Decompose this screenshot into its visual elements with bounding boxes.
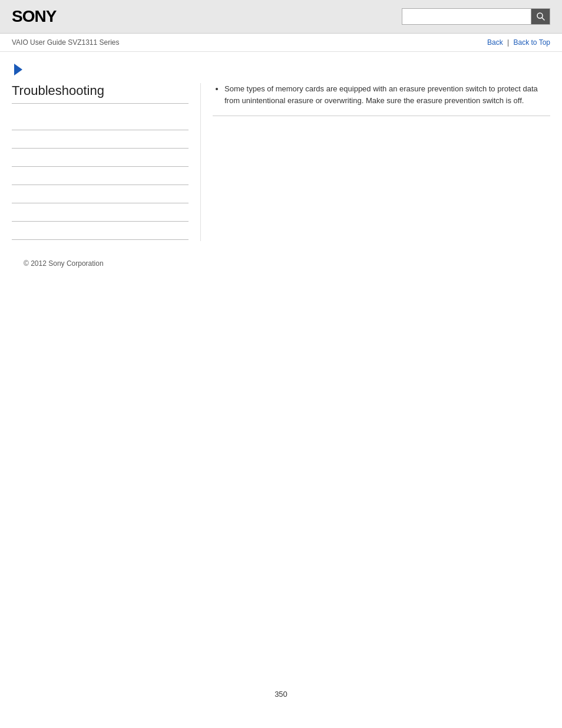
sidebar-links xyxy=(12,113,189,240)
sidebar-link-1[interactable] xyxy=(12,113,189,130)
list-item xyxy=(12,168,189,185)
footer: © 2012 Sony Corporation xyxy=(12,241,550,279)
sidebar-link-5[interactable] xyxy=(12,186,189,203)
left-sidebar: Troubleshooting xyxy=(12,83,200,241)
sony-logo: SONY xyxy=(12,7,56,26)
nav-bar: VAIO User Guide SVZ1311 Series Back | Ba… xyxy=(0,34,562,52)
main-content: Troubleshooting Some types of memory car… xyxy=(0,52,562,291)
nav-links: Back | Back to Top xyxy=(487,38,550,47)
content-divider xyxy=(213,116,550,116)
breadcrumb: VAIO User Guide SVZ1311 Series xyxy=(12,38,120,47)
list-item xyxy=(12,223,189,240)
list-item xyxy=(12,186,189,203)
content-columns: Troubleshooting Some types of memory car… xyxy=(12,83,550,241)
search-area xyxy=(402,8,550,25)
back-to-top-link[interactable]: Back to Top xyxy=(514,38,550,47)
search-input[interactable] xyxy=(402,8,531,25)
section-title: Troubleshooting xyxy=(12,83,189,104)
list-item xyxy=(12,131,189,149)
bullet-list: Some types of memory cards are equipped … xyxy=(213,83,550,106)
header: SONY xyxy=(0,0,562,34)
copyright: © 2012 Sony Corporation xyxy=(24,259,104,268)
search-icon xyxy=(536,12,546,21)
sidebar-link-6[interactable] xyxy=(12,205,189,222)
bullet-item-1: Some types of memory cards are equipped … xyxy=(224,83,550,106)
chevron-right-icon xyxy=(14,64,22,75)
list-item xyxy=(12,113,189,130)
nav-separator: | xyxy=(507,38,509,47)
search-button[interactable] xyxy=(531,8,550,25)
page-number: 350 xyxy=(0,678,562,710)
back-link[interactable]: Back xyxy=(487,38,503,47)
list-item xyxy=(12,205,189,222)
sidebar-link-7[interactable] xyxy=(12,223,189,240)
sidebar-link-3[interactable] xyxy=(12,150,189,167)
sidebar-link-2[interactable] xyxy=(12,131,189,149)
right-content: Some types of memory cards are equipped … xyxy=(200,83,550,241)
list-item xyxy=(12,150,189,167)
sidebar-link-4[interactable] xyxy=(12,168,189,185)
svg-line-1 xyxy=(542,18,544,20)
chevron-section xyxy=(14,64,550,77)
